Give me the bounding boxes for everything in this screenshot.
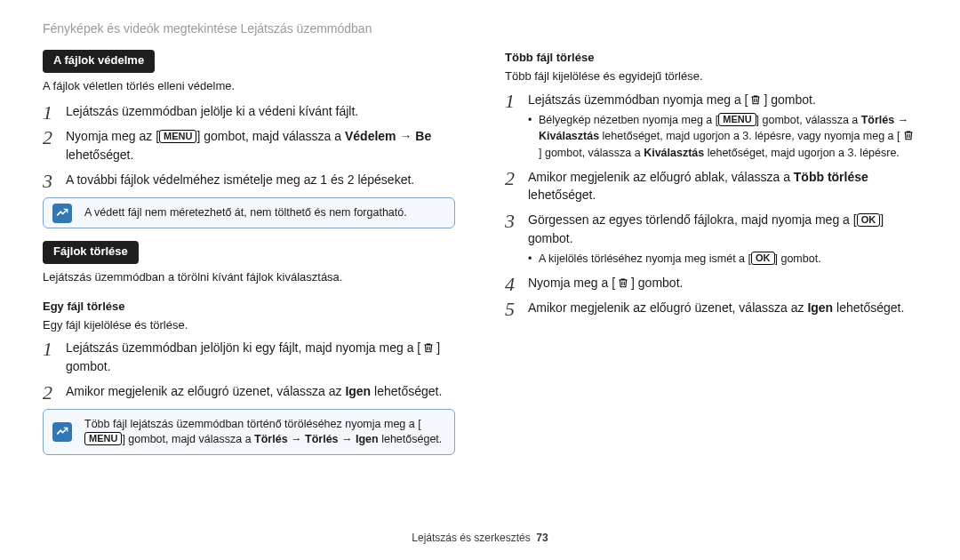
trash-icon — [900, 129, 916, 142]
delete-intro: Lejátszás üzemmódban a törölni kívánt fá… — [43, 269, 455, 286]
one-file-steps: 1 Lejátszás üzemmódban jelöljön ki egy f… — [43, 339, 455, 400]
text-fragment: Több fájl lejátszás üzemmódban történő t… — [84, 418, 421, 430]
step-number: 2 — [505, 164, 515, 193]
subhead-one-file: Egy fájl törlése — [43, 299, 455, 316]
subhead-multi-file: Több fájl törlése — [505, 50, 917, 67]
multi-step-5: Amikor megjelenik az előugró üzenet, vál… — [528, 300, 904, 315]
multi-file-steps: 1 Lejátszás üzemmódban nyomja meg a [] g… — [505, 91, 917, 317]
text-fragment: ] gombot, válassza a — [539, 147, 644, 159]
text-bold: Kiválasztás — [644, 147, 704, 159]
text-fragment: lehetőséget. — [379, 433, 443, 445]
protect-step-3: A további fájlok védelméhez ismételje me… — [66, 172, 414, 187]
protect-step-1: Lejátszás üzemmódban jelölje ki a védeni… — [66, 104, 358, 118]
text-fragment: Amikor megjelenik az előugró üzenet, vál… — [66, 384, 345, 398]
step-number: 4 — [505, 270, 515, 299]
text-fragment: lehetőséget, majd ugorjon a 3. lépésre. — [704, 147, 900, 159]
note-box-delete: Több fájl lejátszás üzemmódban történő t… — [43, 409, 455, 455]
text-fragment: Amikor megjelenik az előugró üzenet, vál… — [528, 300, 807, 315]
one-step-1: Lejátszás üzemmódban jelöljön ki egy fáj… — [66, 340, 440, 372]
section-pill-protect: A fájlok védelme — [43, 50, 155, 73]
text-bold: Több törlése — [794, 170, 868, 184]
protect-intro: A fájlok véletlen törlés elleni védelme. — [43, 78, 455, 95]
ok-button-icon: OK — [857, 213, 881, 227]
trash-icon — [615, 276, 631, 289]
multi-step-2: Amikor megjelenik az előugró ablak, vála… — [528, 170, 868, 202]
text-fragment: ] gombot. — [775, 252, 821, 265]
note-text: A védett fájl nem méretezhető át, nem tö… — [84, 206, 407, 219]
protect-step-2: Nyomja meg az [MENU] gombot, majd válass… — [66, 129, 431, 161]
left-column: A fájlok védelme A fájlok véletlen törlé… — [43, 50, 455, 468]
note-box-protect: A védett fájl nem méretezhető át, nem tö… — [43, 197, 455, 228]
text-bold: Igen — [345, 384, 371, 398]
text-fragment: Nyomja meg az [ — [66, 129, 159, 143]
trash-icon — [420, 341, 436, 355]
right-column: Több fájl törlése Több fájl kijelölése é… — [505, 50, 917, 468]
footer-section: Lejátszás és szerkesztés — [412, 532, 530, 544]
text-fragment: lehetőséget. — [528, 188, 596, 202]
text-fragment: Amikor megjelenik az előugró ablak, vála… — [528, 170, 794, 184]
text-fragment: ] gombot, majd válassza a — [196, 129, 345, 143]
text-fragment: ] gombot. — [631, 276, 683, 290]
sub-bullet: A kijelölés törléséhez nyomja meg ismét … — [528, 251, 917, 267]
step-number: 1 — [43, 335, 52, 364]
text-bold: Védelem → Be — [345, 129, 431, 143]
section-pill-delete: Fájlok törlése — [43, 241, 139, 264]
step-number: 3 — [43, 167, 52, 196]
chapter-title: Fényképek és videók megtekintése Lejátsz… — [43, 20, 917, 37]
text-fragment: Lejátszás üzemmódban jelöljön ki egy fáj… — [66, 340, 420, 355]
text-bold: Igen — [807, 300, 833, 315]
multi-step-1: Lejátszás üzemmódban nyomja meg a [] gom… — [528, 92, 816, 107]
text-fragment: lehetőséget. — [833, 300, 904, 315]
trash-icon — [748, 92, 764, 106]
text-bold: Törlés → Törlés → Igen — [254, 433, 379, 445]
menu-button-icon: MENU — [159, 130, 196, 143]
step-number: 1 — [505, 87, 515, 116]
ok-button-icon: OK — [751, 252, 775, 265]
text-fragment: ] gombot, majd válassza a — [122, 433, 254, 445]
protect-steps: 1 Lejátszás üzemmódban jelölje ki a véde… — [43, 102, 455, 188]
step-number: 5 — [505, 295, 515, 324]
text-fragment: Bélyegkép nézetben nyomja meg a [ — [539, 114, 718, 126]
sub-bullet: Bélyegkép nézetben nyomja meg a [MENU] g… — [528, 112, 917, 160]
one-file-intro: Egy fájl kijelölése és törlése. — [43, 317, 455, 334]
note-text: Több fájl lejátszás üzemmódban történő t… — [84, 418, 442, 445]
text-fragment: Lejátszás üzemmódban nyomja meg a [ — [528, 92, 748, 107]
one-step-2: Amikor megjelenik az előugró üzenet, vál… — [66, 384, 442, 398]
page-number: 73 — [536, 532, 548, 544]
sub-bullets: A kijelölés törléséhez nyomja meg ismét … — [528, 251, 917, 267]
text-fragment: A kijelölés törléséhez nyomja meg ismét … — [539, 252, 751, 265]
text-fragment: ] gombot. — [764, 92, 815, 107]
step-number: 1 — [43, 99, 52, 127]
multi-file-intro: Több fájl kijelölése és egyidejű törlése… — [505, 68, 917, 85]
step-number: 2 — [43, 124, 52, 152]
text-fragment: lehetőséget. — [66, 148, 133, 162]
menu-button-icon: MENU — [718, 113, 756, 126]
note-icon — [52, 204, 72, 223]
step-number: 3 — [505, 207, 515, 236]
note-icon — [52, 422, 72, 442]
text-fragment: Görgessen az egyes törlendő fájlokra, ma… — [528, 212, 857, 227]
text-fragment: lehetőséget, majd ugorjon a 3. lépésre, … — [599, 130, 900, 142]
text-fragment: lehetőséget. — [371, 384, 442, 398]
page-footer: Lejátszás és szerkesztés 73 — [0, 531, 960, 546]
text-fragment: ] gombot, válassza a — [756, 114, 861, 126]
step-number: 2 — [43, 379, 52, 407]
menu-button-icon: MENU — [84, 432, 122, 445]
multi-step-4: Nyomja meg a [] gombot. — [528, 276, 683, 290]
text-fragment: Nyomja meg a [ — [528, 276, 615, 290]
multi-step-3: Görgessen az egyes törlendő fájlokra, ma… — [528, 212, 884, 244]
sub-bullets: Bélyegkép nézetben nyomja meg a [MENU] g… — [528, 112, 917, 160]
